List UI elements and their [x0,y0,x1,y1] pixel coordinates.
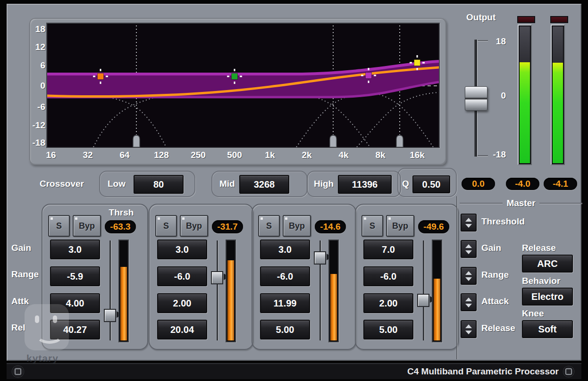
output-tick: 0 [489,91,506,101]
band2-threshold-readout[interactable]: -31.7 [212,220,243,233]
x-tick: 1k [265,150,275,160]
output-tick: 18 [489,36,506,47]
master-attack-stepper[interactable] [461,293,477,311]
band4-solo-button[interactable]: S [361,215,383,237]
x-tick: 250 [191,150,206,160]
y-tick: 18 [29,24,45,34]
band4-threshold-handle[interactable] [417,294,429,307]
clip-led-left[interactable] [517,16,535,23]
band1-gain-value[interactable]: 3.0 [50,240,100,259]
band3-gain-value[interactable]: 3.0 [260,240,310,259]
meter-peak-readout-right[interactable]: -4.1 [544,178,577,190]
band1-meter-fill [120,267,127,340]
meter-peak-readout-left[interactable]: -4.0 [506,178,539,190]
band2-bypass-button[interactable]: Byp [180,215,208,237]
release-mode-label: Release [522,243,556,253]
band3-attack-value[interactable]: 11.99 [260,293,310,313]
x-tick: 32 [83,150,92,160]
band3-threshold-handle[interactable] [314,251,326,265]
x-tick: 4k [338,150,348,160]
band1-range-value[interactable]: -5.9 [50,266,100,286]
master-header: Master [460,198,582,208]
band3-bypass-button[interactable]: Byp [283,215,311,237]
dynamics-range-band [47,61,439,97]
band3-solo-button[interactable]: S [258,215,280,237]
watermark-logo [25,304,69,350]
output-meter-right [551,25,565,165]
band4-release-value[interactable]: 5.00 [363,320,413,340]
band3-meter [328,240,339,342]
band2-marker[interactable] [232,74,238,80]
crossover-mid-value[interactable]: 3268 [239,175,289,194]
band2-threshold-handle[interactable] [211,271,223,284]
band4-range-value[interactable]: -6.0 [363,266,413,286]
behavior-button[interactable]: Electro [522,288,573,306]
output-gain-readout[interactable]: 0.0 [462,178,495,190]
band2-solo-button[interactable]: S [155,215,177,237]
release-mode-button[interactable]: ARC [522,255,573,273]
crossover-low-value[interactable]: 80 [134,175,184,194]
q-value[interactable]: 0.50 [412,175,450,193]
y-tick: 6 [29,60,45,71]
frequency-response-graph [47,24,439,147]
band4-panel: S Byp -49.6 7.0 -6.0 2.00 5.00 [355,204,459,350]
band3-threshold-readout[interactable]: -14.6 [315,220,346,233]
x-tick: 16 [46,150,56,160]
band4-attack-value[interactable]: 2.00 [363,293,413,313]
band4-meter-fill [434,279,440,340]
x-tick: 64 [119,150,129,160]
y-tick: 12 [29,42,45,52]
master-release-stepper[interactable] [461,320,477,338]
band2-range-value[interactable]: -6.0 [157,266,207,286]
band2-gain-value[interactable]: 3.0 [157,240,207,259]
band1-solo-button[interactable]: S [48,215,70,237]
band4-gain-value[interactable]: 7.0 [363,240,413,259]
master-threshold-stepper[interactable] [461,214,477,232]
band1-bypass-button[interactable]: Byp [73,215,101,237]
band4-marker[interactable] [414,60,420,66]
band1-marker[interactable] [98,74,104,80]
master-gain-label: Gain [481,243,501,253]
crossover-high-value[interactable]: 11396 [338,175,392,194]
band2-meter-fill [227,260,234,340]
range-row-label: Range [11,269,39,280]
knee-label: Knee [522,308,544,319]
x-tick: 8k [375,150,385,160]
watermark-text: kytary [26,353,59,364]
wavesystem-menu-icon[interactable] [12,366,24,377]
output-tick: -18 [489,149,506,160]
knee-button[interactable]: Soft [522,320,573,338]
band4-threshold-readout[interactable]: -49.6 [418,220,449,233]
band3-marker[interactable] [366,73,372,79]
band4-bypass-button[interactable]: Byp [386,215,414,237]
band2-release-value[interactable]: 20.04 [157,320,207,340]
plugin-window: 18 12 6 0 -6 -12 -18 16 32 64 128 250 50… [0,0,588,381]
band1-threshold-readout[interactable]: -63.3 [105,220,136,233]
attack-row-label: Attk [11,296,29,306]
band1-threshold-handle[interactable] [104,309,116,322]
threshold-column-label: Thrsh [105,207,138,218]
gain-row-label: Gain [11,243,31,253]
y-tick: -12 [29,120,45,131]
band4-threshold-track [423,240,424,340]
master-range-label: Range [481,270,509,280]
band2-meter [226,240,236,342]
crossover-low-label: Low [108,179,126,189]
plugin-title: C4 Multiband Parametric Processor [407,366,559,377]
output-label: Output [466,12,496,23]
output-tick-mark [478,155,488,156]
bottom-bar: C4 Multiband Parametric Processor [7,363,581,379]
frequency-graph-plot[interactable] [46,23,440,148]
band3-range-value[interactable]: -6.0 [260,266,310,286]
clip-led-right[interactable] [550,16,568,23]
master-range-stepper[interactable] [461,267,477,285]
meter-fill [553,63,563,163]
band2-attack-value[interactable]: 2.00 [157,293,207,313]
band1-meter [118,240,129,342]
output-slider-handle[interactable] [465,86,487,111]
y-tick: 0 [29,81,45,91]
band3-release-value[interactable]: 5.00 [260,320,310,340]
wavesystem-menu-icon-right[interactable] [563,366,574,377]
master-gain-stepper[interactable] [461,240,477,258]
band3-panel: S Byp -14.6 3.0 -6.0 11.99 5.00 [252,204,356,350]
